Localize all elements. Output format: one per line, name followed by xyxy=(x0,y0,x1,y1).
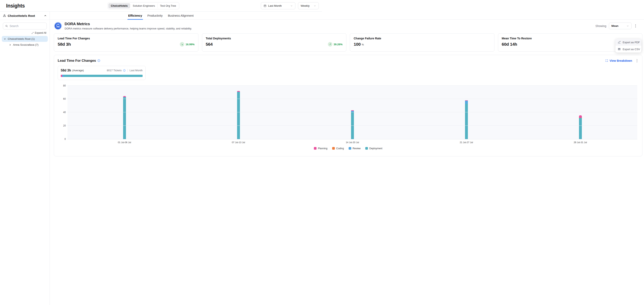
app-header: Insights ChoiceHotelsSolution EngineersT… xyxy=(0,0,322,11)
distribution-segment-deployment xyxy=(64,75,142,77)
phase-distribution-bar xyxy=(61,75,142,77)
bar-segment-deployment xyxy=(237,92,240,139)
tab-efficiency[interactable]: Efficiency xyxy=(128,11,142,20)
chevron-down-icon[interactable] xyxy=(4,38,6,40)
collapse-sidebar-button[interactable] xyxy=(44,14,47,17)
period-dropdown[interactable]: Last Month xyxy=(261,2,296,9)
metric-card: Total Deployments564↗39.26% xyxy=(202,33,322,51)
stacked-bar xyxy=(237,86,240,139)
granularity-dropdown[interactable]: Weekly xyxy=(298,2,319,9)
y-axis-tick-label: 60 xyxy=(58,97,66,100)
y-axis-tick-label: 0 xyxy=(58,138,66,141)
lead-time-card: Lead Time For Changes V xyxy=(54,55,322,152)
y-axis-tick-label: 20 xyxy=(58,124,66,127)
tree-item[interactable]: Anna Scozzafava (7) xyxy=(2,42,48,48)
main-area: EfficiencyProductivityBusiness Alignment xyxy=(50,11,322,152)
dora-title: DORA Metrics xyxy=(64,22,192,26)
tree-item-label: Anna Scozzafava (7) xyxy=(13,43,38,46)
summary-value: 58d 3h xyxy=(61,69,71,72)
dora-header: DORA Metrics DORA metrics measure softwa… xyxy=(54,22,322,30)
metric-card: Lead Time For Changes58d 3h↘16.99% xyxy=(54,33,198,51)
tickets-count: 8017 Tickets xyxy=(107,69,122,72)
tree-item[interactable]: ChoiceHotels Root (1) xyxy=(2,36,48,42)
gridline xyxy=(68,125,322,126)
lead-time-title: Lead Time For Changes xyxy=(58,59,96,63)
chevron-down-icon xyxy=(314,5,316,7)
y-axis-tick-label: 40 xyxy=(58,111,66,114)
summary-period: Last Month xyxy=(130,69,142,72)
tab-productivity[interactable]: Productivity xyxy=(148,11,163,20)
expand-all-button[interactable]: Expand All xyxy=(3,31,46,34)
page-title: Insights xyxy=(6,3,25,9)
x-axis-label: 01 Jul-06 Jul xyxy=(68,141,182,144)
info-icon[interactable] xyxy=(123,69,126,72)
calendar-icon xyxy=(264,4,266,7)
metric-card-title: Total Deployments xyxy=(206,37,322,40)
info-icon[interactable] xyxy=(97,59,100,62)
bar-slot xyxy=(296,86,322,139)
org-switcher-option-solution-engineers[interactable]: Solution Engineers xyxy=(130,3,158,8)
granularity-dropdown-value: Weekly xyxy=(301,4,310,7)
gridline xyxy=(68,112,322,112)
metric-card-value: 58d 3h xyxy=(58,42,71,47)
lead-time-chart: 020406080 01 Jul-06 Jul07 Jul-13 Jul14 J… xyxy=(58,85,322,150)
expand-all-icon xyxy=(32,32,34,34)
chevron-right-icon[interactable] xyxy=(9,44,12,46)
chart-plot-area: 020406080 xyxy=(68,85,322,139)
tab-business-alignment[interactable]: Business Alignment xyxy=(168,11,194,20)
chevron-down-icon xyxy=(290,5,293,7)
metric-card-title: Lead Time For Changes xyxy=(58,37,194,40)
tab-label: Business Alignment xyxy=(168,14,194,17)
legend-swatch xyxy=(314,147,316,150)
trend-badge: ↘16.99% xyxy=(180,42,194,46)
x-axis-label: 14 Jul-20 Jul xyxy=(296,141,322,144)
bar-slot xyxy=(182,86,296,139)
stacked-bar xyxy=(123,86,126,139)
org-tree: ChoiceHotels Root (1)Anna Scozzafava (7) xyxy=(0,36,50,48)
tab-bar: EfficiencyProductivityBusiness Alignment xyxy=(50,11,322,20)
bar-segment-deployment xyxy=(123,97,126,139)
legend-label: Planning xyxy=(318,147,322,150)
chart-legend: PlanningCodingReviewDeployment xyxy=(58,147,322,150)
summary-qualifier: (Average) xyxy=(72,69,84,72)
x-axis-label: 07 Jul-13 Jul xyxy=(182,141,296,144)
search-box xyxy=(3,22,47,29)
legend-item-planning: Planning xyxy=(314,147,322,150)
metric-card-value: 564 xyxy=(206,42,213,47)
trend-down-icon: ↘ xyxy=(180,42,184,46)
lead-time-summary-card: 58d 3h (Average) 8017 Tickets Last Month xyxy=(58,66,146,80)
dora-metrics-icon xyxy=(54,22,62,30)
org-switcher-option-choicehotels[interactable]: ChoiceHotels xyxy=(108,3,130,8)
y-axis-tick-label: 80 xyxy=(58,84,66,87)
expand-all-label: Expand All xyxy=(35,31,46,34)
org-switcher-option-test-org-tree[interactable]: Test Org Tree xyxy=(158,3,178,8)
search-icon xyxy=(5,24,8,28)
search-input[interactable] xyxy=(10,24,44,28)
bar-slot xyxy=(68,86,182,139)
period-dropdown-value: Last Month xyxy=(268,4,282,7)
org-switcher: ChoiceHotelsSolution EngineersTest Org T… xyxy=(108,2,180,9)
gridline xyxy=(68,99,322,99)
distribution-segment-planning xyxy=(61,75,62,77)
metric-card-value-row: 58d 3h↘16.99% xyxy=(58,42,194,47)
sidebar-title: ChoiceHotels Root xyxy=(8,14,42,17)
tree-item-label: ChoiceHotels Root (1) xyxy=(8,37,35,40)
tab-label: Productivity xyxy=(148,14,163,17)
org-tree-sidebar: ChoiceHotels Root Expand All ChoiceHotel… xyxy=(0,11,50,152)
metric-cards-row: Lead Time For Changes58d 3h↘16.99%Total … xyxy=(54,33,322,51)
org-tree-icon xyxy=(3,14,6,17)
distribution-segment-review xyxy=(62,75,64,77)
dora-description: DORA metrics measure software delivery p… xyxy=(64,27,192,30)
trend-delta: 16.99% xyxy=(186,43,194,46)
metric-card-value-row: 564↗39.26% xyxy=(206,42,322,47)
tab-label: Efficiency xyxy=(128,14,142,17)
divider xyxy=(128,69,128,72)
